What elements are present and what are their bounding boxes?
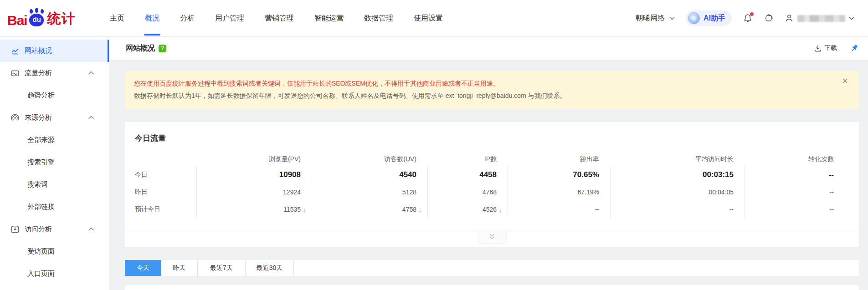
table-cell: 4526↓ xyxy=(428,201,508,218)
traffic-analysis-icon xyxy=(11,69,19,77)
nav-item-marketing-management[interactable]: 营销管理 xyxy=(265,0,294,36)
logo-text-tongji: 统计 xyxy=(47,10,76,28)
notifications-button[interactable] xyxy=(743,13,753,23)
nav-item-analysis[interactable]: 分析 xyxy=(180,0,195,36)
sidebar-item-search-engines[interactable]: 搜索引擎 xyxy=(0,151,109,173)
column-header: 浏览量(PV) xyxy=(196,152,312,166)
active-indicator xyxy=(108,40,109,62)
baidu-paw-icon: du xyxy=(28,8,46,28)
sidebar-item-entry-pages[interactable]: 入口页面 xyxy=(0,263,109,285)
table-cell: 4540 xyxy=(312,166,427,183)
notification-badge-dot xyxy=(750,12,754,16)
column-header: 跳出率 xyxy=(508,152,610,166)
sidebar-item-trend-analysis[interactable]: 趋势分析 xyxy=(0,84,109,107)
page-title: 网站概况 xyxy=(126,44,155,53)
table-column-bounce-rate: 跳出率 70.65% 67.19% -- xyxy=(508,152,610,218)
pin-icon xyxy=(850,44,859,53)
tab-last-7-days[interactable]: 最近7天 xyxy=(198,260,246,276)
main-area: 网站概况 ? 下载 xyxy=(109,37,868,290)
visit-analysis-icon xyxy=(11,225,19,234)
column-header: 访客数(UV) xyxy=(312,152,427,166)
table-cell: 67.19% xyxy=(508,183,610,201)
collapse-strip xyxy=(125,230,859,247)
collapse-card-button[interactable] xyxy=(478,230,507,244)
sidebar-group-traffic-analysis[interactable]: 流量分析 xyxy=(0,62,109,84)
tab-bar-filler xyxy=(294,260,859,276)
row-label: 昨日 xyxy=(125,183,196,201)
table-cell: -- xyxy=(611,201,745,218)
card-title: 今日流量 xyxy=(125,122,859,143)
table-cell: 12924 xyxy=(197,183,312,201)
notice-banner: 您在使用百度统计服务过程中看到搜索词或者关键词，仅能用于站长的SEO或SEM优化… xyxy=(125,71,859,109)
table-cell: 00:04:05 xyxy=(611,183,745,201)
table-cell: 10908 xyxy=(197,166,312,183)
nav-item-user-management[interactable]: 用户管理 xyxy=(215,0,244,36)
nav-item-intelligent-operation[interactable]: 智能运营 xyxy=(314,0,344,36)
table-column-ip: IP数 4458 4768 4526↓ xyxy=(427,152,508,218)
trend-down-icon: ↓ xyxy=(416,206,426,214)
chevron-down-icon xyxy=(849,16,854,20)
ai-assistant-button[interactable]: AI助手 xyxy=(686,10,732,26)
tab-last-30-days[interactable]: 最近30天 xyxy=(246,260,294,276)
logo-text-du: du xyxy=(28,15,46,23)
site-switcher[interactable]: 朝晞网络 xyxy=(636,14,675,23)
page-content: 您在使用百度统计服务过程中看到搜索词或者关键词，仅能用于站长的SEO或SEM优化… xyxy=(109,60,868,290)
column-header: 转化次数 xyxy=(745,152,859,166)
tab-today[interactable]: 今天 xyxy=(125,260,161,276)
table-cell: -- xyxy=(745,183,859,201)
user-menu[interactable] xyxy=(785,14,854,23)
table-cell: 4458 xyxy=(428,166,508,183)
today-traffic-card: 今日流量 今日 昨日 预计今日 浏览量(PV) 10908 xyxy=(125,122,859,247)
download-button[interactable]: 下载 xyxy=(814,44,837,52)
sidebar: 网站概况 流量分析 趋势分析 来源分析 全部来源 搜索引擎 搜索词 外部链接 xyxy=(0,37,109,290)
table-cell: 00:03:15 xyxy=(611,166,745,183)
tab-yesterday[interactable]: 昨天 xyxy=(161,260,198,276)
line-chart-icon xyxy=(11,47,19,55)
help-icon[interactable]: ? xyxy=(159,45,166,52)
column-header: 平均访问时长 xyxy=(610,152,745,166)
table-cell: -- xyxy=(508,201,610,218)
date-range-tabs: 今天 昨天 最近7天 最近30天 xyxy=(125,260,859,276)
table-cell: 11535↓ xyxy=(197,201,312,218)
table-column-avg-duration: 平均访问时长 00:03:15 00:04:05 -- xyxy=(610,152,745,218)
header-right-cluster: 朝晞网络 AI助手 xyxy=(636,0,854,36)
table-column-pv: 浏览量(PV) 10908 12924 11535↓ xyxy=(196,152,312,218)
close-icon[interactable]: × xyxy=(842,76,848,86)
nav-item-data-management[interactable]: 数据管理 xyxy=(364,0,393,36)
primary-nav: 主页 概况 分析 用户管理 营销管理 智能运营 数据管理 使用设置 xyxy=(110,0,443,36)
table-cell: 70.65% xyxy=(508,166,610,183)
table-column-conversions: 转化次数 -- -- -- xyxy=(745,152,859,218)
notice-line-info: 数据存储时长默认为1年，如需延长数据保留年限，可发送您的公司名称、联系人姓名及电… xyxy=(134,91,827,100)
table-cell: 4768 xyxy=(428,183,508,201)
double-chevron-down-icon xyxy=(488,234,496,240)
top-header: Bai du 统计 主页 概况 分析 用户管理 营销管理 智能运营 数据管理 使… xyxy=(0,0,868,36)
sidebar-group-source-analysis[interactable]: 来源分析 xyxy=(0,107,109,129)
sidebar-item-visited-pages[interactable]: 受访页面 xyxy=(0,240,109,263)
switch-apps-button[interactable] xyxy=(764,13,774,23)
table-cell: -- xyxy=(745,166,859,183)
trend-down-icon: ↓ xyxy=(497,206,506,214)
page-title-bar: 网站概况 ? 下载 xyxy=(109,37,868,60)
ai-assistant-icon xyxy=(688,12,700,24)
sidebar-item-external-links[interactable]: 外部链接 xyxy=(0,196,109,218)
trend-down-icon: ↓ xyxy=(301,206,310,214)
baidu-tongji-logo[interactable]: Bai du 统计 xyxy=(7,8,76,28)
row-label: 预计今日 xyxy=(125,201,196,218)
sidebar-item-search-terms[interactable]: 搜索词 xyxy=(0,173,109,196)
logo-text-bai: Bai xyxy=(7,13,27,28)
today-traffic-table: 今日 昨日 预计今日 浏览量(PV) 10908 12924 11535↓ xyxy=(125,152,859,218)
nav-item-overview[interactable]: 概况 xyxy=(145,0,159,36)
source-analysis-icon xyxy=(11,114,19,122)
pin-button[interactable] xyxy=(850,44,859,53)
sidebar-item-site-overview[interactable]: 网站概况 xyxy=(0,40,109,62)
table-cell: 4758↓ xyxy=(312,201,427,218)
nav-item-home[interactable]: 主页 xyxy=(110,0,124,36)
active-nav-underline xyxy=(144,34,160,36)
user-name-redacted xyxy=(797,15,845,22)
switch-icon xyxy=(764,14,773,23)
column-header: IP数 xyxy=(427,152,508,166)
sidebar-group-visit-analysis[interactable]: 访问分析 xyxy=(0,218,109,240)
sidebar-item-all-sources[interactable]: 全部来源 xyxy=(0,129,109,151)
chevron-down-icon xyxy=(669,16,675,20)
nav-item-settings[interactable]: 使用设置 xyxy=(414,0,443,36)
